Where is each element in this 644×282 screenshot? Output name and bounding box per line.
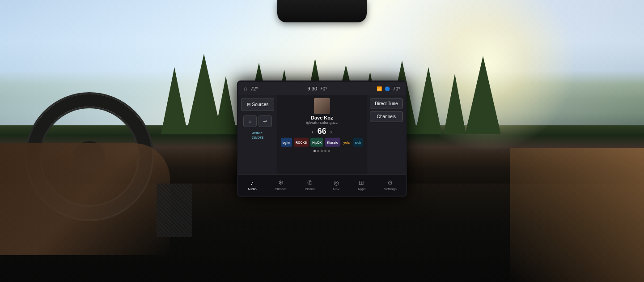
- climate-icon: ❄: [278, 179, 284, 186]
- passenger-area: [510, 148, 644, 282]
- screen-content: ⌂ 72° 9:30 70° 📶 🔵 70° ⊟: [238, 82, 406, 196]
- wifi-icon: 📶: [377, 86, 382, 91]
- status-right: 📶 🔵 70°: [377, 86, 400, 91]
- sources-button[interactable]: ⊟ Sources: [241, 98, 274, 111]
- channels-button[interactable]: Channels: [370, 111, 403, 122]
- dot-5: [328, 150, 330, 152]
- tree: [415, 67, 442, 134]
- settings-icon: ⚙: [387, 179, 393, 186]
- artist-avatar: [314, 98, 330, 114]
- phone-icon: ✆: [307, 179, 313, 186]
- rearview-mirror: [277, 0, 367, 22]
- dots-indicator: [314, 149, 330, 154]
- nav-apps[interactable]: ⊞ Apps: [354, 177, 369, 193]
- nav-settings[interactable]: ⚙ Settings: [380, 177, 400, 193]
- star-button[interactable]: ☆: [243, 115, 257, 127]
- screen-bezel: ⌂ 72° 9:30 70° 📶 🔵 70° ⊟: [237, 81, 407, 197]
- logo-yolanda[interactable]: yola: [342, 138, 352, 147]
- sources-icon: ⊟: [247, 102, 250, 107]
- audio-icon: ♪: [250, 179, 254, 186]
- back-button[interactable]: ↩: [258, 115, 272, 127]
- left-panel: ⊟ Sources ☆ ↩ watercolors: [238, 95, 277, 174]
- settings-label: Settings: [384, 187, 397, 191]
- channel-number: 66: [318, 127, 326, 136]
- center-panel: Dave Koz @watercolorsjazz ‹ 66 › bgfm RO…: [277, 95, 367, 174]
- artist-handle: @watercolorsjazz: [306, 120, 338, 125]
- nav-climate[interactable]: ❄ Climate: [271, 177, 290, 193]
- dot-1: [314, 150, 316, 152]
- audio-label: Audio: [247, 187, 256, 191]
- logo-hipdx[interactable]: HipDX: [310, 138, 323, 147]
- nav-nav[interactable]: ◎ Nav: [330, 177, 343, 193]
- status-temp-left: 72°: [250, 86, 258, 91]
- carbon-fiber-accent: [157, 184, 192, 237]
- status-temp-center: 70°: [320, 86, 327, 91]
- prev-channel-button[interactable]: ‹: [312, 128, 314, 135]
- home-icon[interactable]: ⌂: [244, 85, 247, 92]
- tree: [215, 76, 237, 134]
- dot-2: [317, 150, 319, 152]
- bluetooth-icon: 🔵: [385, 86, 390, 91]
- infotainment-screen-wrapper: ⌂ 72° 9:30 70° 📶 🔵 70° ⊟: [237, 81, 407, 197]
- status-temp-right: 70°: [393, 86, 400, 91]
- tree: [444, 74, 466, 134]
- status-time: 9:30: [308, 86, 317, 91]
- status-left: ⌂ 72°: [244, 85, 258, 92]
- sources-label: Sources: [252, 102, 269, 107]
- tree: [465, 56, 501, 134]
- logo-rocks[interactable]: ROCKS: [294, 138, 309, 147]
- direct-tune-button[interactable]: Direct Tune: [370, 98, 403, 109]
- climate-label: Climate: [275, 187, 287, 191]
- phone-label: Phone: [305, 187, 315, 191]
- tree: [186, 54, 222, 134]
- channel-logos-row: bgfm ROCKS HipDX Klassic yola wclr: [281, 136, 363, 149]
- channel-nav: ‹ 66 ›: [312, 127, 332, 136]
- nav-audio[interactable]: ♪ Audio: [244, 177, 260, 193]
- logo-klassic[interactable]: Klassic: [325, 138, 340, 147]
- main-content: ⊟ Sources ☆ ↩ watercolors: [238, 95, 406, 174]
- dot-4: [324, 150, 326, 152]
- driver-hands: [0, 143, 170, 255]
- status-bar: ⌂ 72° 9:30 70° 📶 🔵 70°: [238, 82, 406, 95]
- artist-name: Dave Koz: [311, 115, 333, 120]
- nav-icon: ◎: [334, 179, 339, 186]
- logo-bgfm[interactable]: bgfm: [281, 138, 292, 147]
- left-controls: ☆ ↩: [238, 114, 277, 129]
- status-center: 9:30 70°: [308, 86, 327, 91]
- nav-label-text: Nav: [333, 187, 339, 191]
- watercolors-text: watercolors: [251, 131, 263, 140]
- watercolors-logo-left: watercolors: [238, 129, 277, 141]
- logo-watercolors[interactable]: wclr: [353, 138, 363, 147]
- dot-3: [321, 150, 323, 152]
- apps-label: Apps: [357, 187, 365, 191]
- right-panel: Direct Tune Channels: [367, 95, 406, 174]
- next-channel-button[interactable]: ›: [330, 128, 332, 135]
- bottom-nav: ♪ Audio ❄ Climate ✆ Phone ◎ Nav ⊞ Apps: [238, 174, 406, 196]
- nav-phone[interactable]: ✆ Phone: [301, 177, 318, 193]
- apps-icon: ⊞: [359, 179, 364, 186]
- avatar-face: [314, 98, 330, 114]
